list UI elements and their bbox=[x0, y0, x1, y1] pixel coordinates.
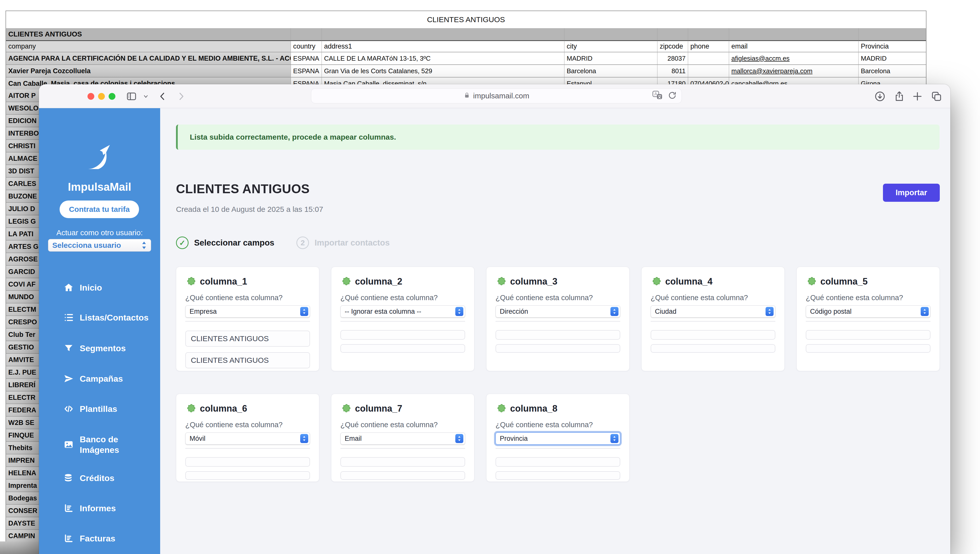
column-cards-row-1: columna_1 ¿Qué contiene esta columna? Em… bbox=[176, 267, 940, 371]
browser-toolbar: impulsamail.com A bbox=[39, 84, 950, 108]
column-card-6: columna_6 ¿Qué contiene esta columna? Mó… bbox=[176, 394, 319, 482]
user-select-value: Selecciona usuario bbox=[52, 241, 141, 249]
minimize-window-button[interactable] bbox=[98, 93, 105, 100]
column-mapping-select[interactable]: -- Ignorar esta columna -- bbox=[340, 305, 465, 318]
table-row: AGENCIA PARA LA CERTIFICACIÓN DE LA CALI… bbox=[6, 52, 926, 64]
forward-button[interactable] bbox=[176, 91, 186, 101]
column-name: columna_1 bbox=[200, 276, 247, 287]
column-mapping-select[interactable]: Móvil bbox=[185, 433, 310, 445]
select-stepper-icon bbox=[300, 434, 308, 443]
address-bar[interactable]: impulsamail.com A bbox=[311, 88, 682, 104]
zoom-window-button[interactable] bbox=[108, 93, 115, 100]
back-button[interactable] bbox=[158, 91, 168, 101]
column-mapping-select-focused[interactable]: Provincia bbox=[496, 433, 620, 445]
sample-value bbox=[806, 330, 931, 340]
column-name: columna_4 bbox=[665, 276, 713, 287]
window-bottom-edge bbox=[0, 541, 41, 554]
home-icon bbox=[64, 283, 74, 292]
column-name: columna_5 bbox=[820, 276, 868, 287]
column-card-8: columna_8 ¿Qué contiene esta columna? Pr… bbox=[486, 394, 630, 482]
code-icon bbox=[64, 404, 74, 414]
sidebar-item-campanas[interactable]: Campañas bbox=[39, 371, 160, 386]
screen: CLIENTES ANTIGUOS CLIENTES ANTIGUOS comp… bbox=[0, 0, 980, 554]
app-sidebar: ImpulsaMail Contrata tu tarifa Actuar co… bbox=[39, 108, 160, 554]
column-mapping-select[interactable]: Ciudad bbox=[651, 305, 775, 318]
email-link[interactable]: afiglesias@accm.es bbox=[729, 52, 859, 64]
column-question: ¿Qué contiene esta columna? bbox=[496, 294, 620, 302]
column-name: columna_7 bbox=[355, 403, 402, 414]
column-card-1: columna_1 ¿Qué contiene esta columna? Em… bbox=[176, 267, 319, 371]
sidebar-item-inicio[interactable]: Inicio bbox=[39, 280, 160, 295]
share-icon[interactable] bbox=[894, 91, 905, 102]
sample-value bbox=[185, 457, 310, 467]
spreadsheet-title: CLIENTES ANTIGUOS bbox=[6, 11, 926, 28]
sample-value bbox=[340, 344, 465, 353]
sidebar-item-plantillas[interactable]: Plantillas bbox=[39, 401, 160, 417]
puzzle-icon bbox=[651, 276, 662, 287]
sidebar-item-informes[interactable]: Informes bbox=[39, 501, 160, 516]
column-mapping-select[interactable]: Dirección bbox=[496, 305, 620, 318]
sample-value bbox=[496, 457, 620, 467]
contract-plan-button[interactable]: Contrata tu tarifa bbox=[60, 201, 139, 218]
puzzle-icon bbox=[496, 403, 507, 414]
downloads-icon[interactable] bbox=[874, 91, 886, 102]
sidebar-item-banco-de-imagenes[interactable]: Banco de Imágenes bbox=[39, 433, 160, 457]
column-name: columna_2 bbox=[355, 276, 402, 287]
column-card-2: columna_2 ¿Qué contiene esta columna? --… bbox=[331, 267, 474, 371]
puzzle-icon bbox=[185, 403, 196, 414]
import-button[interactable]: Importar bbox=[883, 184, 940, 202]
column-name: columna_8 bbox=[510, 403, 557, 414]
email-link[interactable]: mallorca@xavierpareja.com bbox=[729, 64, 859, 77]
page-title: CLIENTES ANTIGUOS bbox=[176, 182, 310, 196]
user-select[interactable]: Selecciona usuario bbox=[48, 239, 151, 252]
sidebar-item-facturas[interactable]: Facturas bbox=[39, 531, 160, 546]
sample-value bbox=[340, 457, 465, 467]
chart-icon bbox=[64, 503, 74, 513]
puzzle-icon bbox=[340, 403, 352, 414]
list-icon bbox=[64, 313, 74, 323]
sample-value bbox=[340, 471, 465, 480]
sidebar-item-segmentos[interactable]: Segmentos bbox=[39, 341, 160, 356]
column-question: ¿Qué contiene esta columna? bbox=[340, 421, 465, 429]
col-header: Provincia bbox=[859, 40, 926, 52]
impersonate-label: Actuar como otro usuario: bbox=[39, 228, 160, 237]
column-card-3: columna_3 ¿Qué contiene esta columna? Di… bbox=[486, 267, 630, 371]
select-stepper-icon bbox=[611, 307, 619, 316]
sidebar-toggle-icon[interactable] bbox=[126, 91, 137, 102]
step-label: Importar contactos bbox=[315, 238, 390, 247]
column-question: ¿Qué contiene esta columna? bbox=[806, 294, 931, 302]
sidebar-item-listas-contactos[interactable]: Listas/Contactos bbox=[39, 310, 160, 325]
tab-overview-icon[interactable] bbox=[931, 91, 942, 102]
column-card-4: columna_4 ¿Qué contiene esta columna? Ci… bbox=[641, 267, 785, 371]
url-text: impulsamail.com bbox=[473, 92, 529, 100]
select-stepper-icon bbox=[141, 241, 147, 249]
impulsamail-logo-icon bbox=[87, 144, 112, 171]
sample-value bbox=[651, 344, 775, 353]
column-mapping-select[interactable]: Email bbox=[340, 433, 465, 445]
column-question: ¿Qué contiene esta columna? bbox=[340, 294, 465, 302]
sample-value bbox=[496, 471, 620, 480]
svg-text:A: A bbox=[654, 92, 657, 96]
funnel-icon bbox=[64, 343, 74, 353]
select-stepper-icon bbox=[455, 307, 463, 316]
sidebar-item-creditos[interactable]: Créditos bbox=[39, 471, 160, 485]
chevron-down-icon[interactable] bbox=[143, 93, 149, 99]
step-number: 2 bbox=[296, 236, 309, 249]
brand-name: ImpulsaMail bbox=[39, 180, 160, 193]
column-question: ¿Qué contiene esta columna? bbox=[496, 421, 620, 429]
reload-icon[interactable] bbox=[668, 91, 677, 101]
step-done-icon: ✓ bbox=[176, 236, 189, 249]
close-window-button[interactable] bbox=[88, 93, 94, 100]
select-stepper-icon bbox=[611, 434, 619, 443]
column-question: ¿Qué contiene esta columna? bbox=[185, 294, 310, 302]
puzzle-icon bbox=[185, 276, 196, 287]
column-mapping-select[interactable]: Código postal bbox=[806, 305, 931, 318]
select-stepper-icon bbox=[765, 307, 773, 316]
new-tab-icon[interactable] bbox=[912, 91, 923, 102]
spreadsheet: CLIENTES ANTIGUOS CLIENTES ANTIGUOS comp… bbox=[6, 11, 926, 90]
translate-icon[interactable]: A bbox=[652, 90, 663, 101]
column-mapping-select[interactable]: Empresa bbox=[185, 305, 310, 318]
image-icon bbox=[64, 439, 74, 450]
column-cards-row-2: columna_6 ¿Qué contiene esta columna? Mó… bbox=[176, 394, 630, 482]
column-name: columna_3 bbox=[510, 276, 557, 287]
